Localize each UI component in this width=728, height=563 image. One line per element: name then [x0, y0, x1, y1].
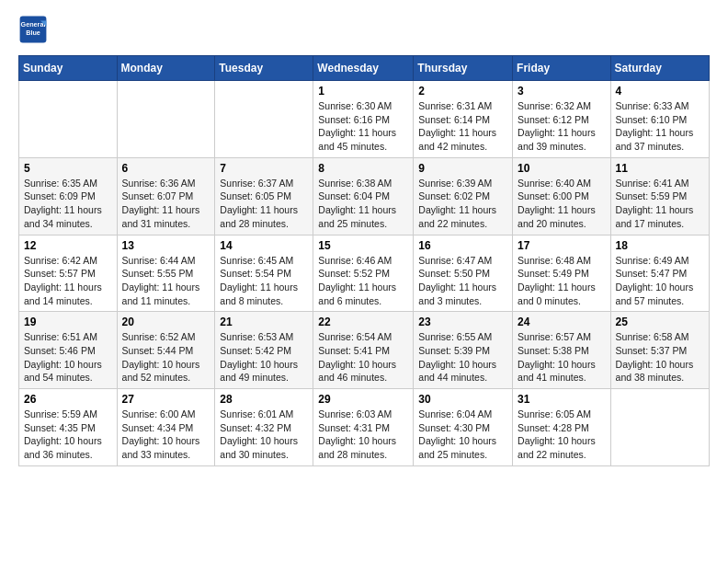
- weekday-header-sunday: Sunday: [19, 56, 118, 81]
- week-row-1: 1Sunrise: 6:30 AM Sunset: 6:16 PM Daylig…: [19, 81, 710, 158]
- calendar-cell: [117, 81, 215, 158]
- calendar-cell: 5Sunrise: 6:35 AM Sunset: 6:09 PM Daylig…: [19, 157, 118, 235]
- weekday-header-row: SundayMondayTuesdayWednesdayThursdayFrid…: [19, 56, 710, 81]
- day-number: 6: [122, 162, 210, 175]
- calendar-cell: 30Sunrise: 6:04 AM Sunset: 4:30 PM Dayli…: [414, 389, 513, 466]
- weekday-header-thursday: Thursday: [414, 56, 513, 81]
- calendar-cell: 19Sunrise: 6:51 AM Sunset: 5:46 PM Dayli…: [19, 312, 118, 389]
- day-info: Sunrise: 6:44 AM Sunset: 5:55 PM Dayligh…: [122, 254, 210, 308]
- day-info: Sunrise: 6:49 AM Sunset: 5:47 PM Dayligh…: [616, 254, 704, 308]
- day-number: 19: [24, 316, 112, 328]
- logo: General Blue: [18, 15, 51, 44]
- calendar-cell: 4Sunrise: 6:33 AM Sunset: 6:10 PM Daylig…: [610, 81, 709, 158]
- day-number: 24: [518, 316, 606, 328]
- day-info: Sunrise: 6:01 AM Sunset: 4:32 PM Dayligh…: [220, 408, 308, 462]
- day-number: 18: [616, 239, 704, 252]
- calendar-cell: 26Sunrise: 5:59 AM Sunset: 4:35 PM Dayli…: [19, 389, 118, 466]
- day-number: 4: [616, 85, 704, 98]
- calendar-cell: 9Sunrise: 6:39 AM Sunset: 6:02 PM Daylig…: [414, 157, 513, 235]
- svg-text:Blue: Blue: [26, 29, 40, 37]
- day-number: 7: [220, 162, 308, 175]
- calendar-cell: 25Sunrise: 6:58 AM Sunset: 5:37 PM Dayli…: [610, 312, 709, 389]
- week-row-4: 19Sunrise: 6:51 AM Sunset: 5:46 PM Dayli…: [19, 312, 710, 389]
- calendar-cell: 16Sunrise: 6:47 AM Sunset: 5:50 PM Dayli…: [414, 235, 513, 312]
- calendar-cell: 6Sunrise: 6:36 AM Sunset: 6:07 PM Daylig…: [117, 157, 215, 235]
- day-number: 13: [122, 239, 210, 252]
- calendar-cell: 22Sunrise: 6:54 AM Sunset: 5:41 PM Dayli…: [313, 312, 414, 389]
- calendar-cell: 15Sunrise: 6:46 AM Sunset: 5:52 PM Dayli…: [313, 235, 414, 312]
- weekday-header-friday: Friday: [513, 56, 611, 81]
- day-info: Sunrise: 6:57 AM Sunset: 5:38 PM Dayligh…: [518, 330, 606, 385]
- day-info: Sunrise: 6:31 AM Sunset: 6:14 PM Dayligh…: [418, 99, 507, 154]
- day-info: Sunrise: 6:32 AM Sunset: 6:12 PM Dayligh…: [518, 99, 606, 154]
- day-info: Sunrise: 6:52 AM Sunset: 5:44 PM Dayligh…: [122, 330, 210, 385]
- calendar-cell: 7Sunrise: 6:37 AM Sunset: 6:05 PM Daylig…: [215, 157, 313, 235]
- day-info: Sunrise: 6:05 AM Sunset: 4:28 PM Dayligh…: [518, 408, 606, 462]
- calendar-cell: 28Sunrise: 6:01 AM Sunset: 4:32 PM Dayli…: [215, 389, 313, 466]
- logo-icon: General Blue: [18, 15, 48, 44]
- day-number: 29: [318, 393, 408, 406]
- day-number: 14: [220, 239, 308, 252]
- day-number: 26: [24, 393, 112, 406]
- day-number: 30: [418, 393, 507, 406]
- day-number: 25: [616, 316, 704, 328]
- calendar-cell: 14Sunrise: 6:45 AM Sunset: 5:54 PM Dayli…: [215, 235, 313, 312]
- day-info: Sunrise: 6:45 AM Sunset: 5:54 PM Dayligh…: [220, 254, 308, 308]
- calendar: SundayMondayTuesdayWednesdayThursdayFrid…: [18, 55, 710, 466]
- calendar-cell: 20Sunrise: 6:52 AM Sunset: 5:44 PM Dayli…: [117, 312, 215, 389]
- calendar-cell: 8Sunrise: 6:38 AM Sunset: 6:04 PM Daylig…: [313, 157, 414, 235]
- day-info: Sunrise: 6:37 AM Sunset: 6:05 PM Dayligh…: [220, 177, 308, 231]
- page-container: General Blue SundayMondayTuesdayWednesda…: [0, 0, 728, 481]
- day-number: 28: [220, 393, 308, 406]
- calendar-cell: [19, 81, 118, 158]
- weekday-header-tuesday: Tuesday: [215, 56, 313, 81]
- weekday-header-wednesday: Wednesday: [313, 56, 414, 81]
- calendar-cell: [215, 81, 313, 158]
- calendar-cell: 10Sunrise: 6:40 AM Sunset: 6:00 PM Dayli…: [513, 157, 611, 235]
- weekday-header-saturday: Saturday: [610, 56, 709, 81]
- day-number: 21: [220, 316, 308, 328]
- day-number: 2: [418, 85, 507, 98]
- day-info: Sunrise: 6:51 AM Sunset: 5:46 PM Dayligh…: [24, 330, 112, 385]
- calendar-cell: 11Sunrise: 6:41 AM Sunset: 5:59 PM Dayli…: [610, 157, 709, 235]
- week-row-3: 12Sunrise: 6:42 AM Sunset: 5:57 PM Dayli…: [19, 235, 710, 312]
- day-number: 20: [122, 316, 210, 328]
- day-info: Sunrise: 6:39 AM Sunset: 6:02 PM Dayligh…: [418, 177, 507, 231]
- day-number: 11: [616, 162, 704, 175]
- day-info: Sunrise: 6:47 AM Sunset: 5:50 PM Dayligh…: [418, 254, 507, 308]
- calendar-cell: 31Sunrise: 6:05 AM Sunset: 4:28 PM Dayli…: [513, 389, 611, 466]
- calendar-cell: 29Sunrise: 6:03 AM Sunset: 4:31 PM Dayli…: [313, 389, 414, 466]
- calendar-cell: 1Sunrise: 6:30 AM Sunset: 6:16 PM Daylig…: [313, 81, 414, 158]
- day-info: Sunrise: 6:00 AM Sunset: 4:34 PM Dayligh…: [122, 408, 210, 462]
- day-info: Sunrise: 6:35 AM Sunset: 6:09 PM Dayligh…: [24, 177, 112, 231]
- day-info: Sunrise: 6:53 AM Sunset: 5:42 PM Dayligh…: [220, 330, 308, 385]
- day-number: 27: [122, 393, 210, 406]
- day-number: 9: [418, 162, 507, 175]
- day-number: 12: [24, 239, 112, 252]
- day-info: Sunrise: 6:38 AM Sunset: 6:04 PM Dayligh…: [318, 177, 408, 231]
- calendar-cell: 24Sunrise: 6:57 AM Sunset: 5:38 PM Dayli…: [513, 312, 611, 389]
- day-number: 16: [418, 239, 507, 252]
- day-info: Sunrise: 5:59 AM Sunset: 4:35 PM Dayligh…: [24, 408, 112, 462]
- day-number: 22: [318, 316, 408, 328]
- calendar-cell: 12Sunrise: 6:42 AM Sunset: 5:57 PM Dayli…: [19, 235, 118, 312]
- day-number: 10: [518, 162, 606, 175]
- day-info: Sunrise: 6:30 AM Sunset: 6:16 PM Dayligh…: [318, 99, 408, 154]
- week-row-5: 26Sunrise: 5:59 AM Sunset: 4:35 PM Dayli…: [19, 389, 710, 466]
- day-number: 31: [518, 393, 606, 406]
- day-info: Sunrise: 6:04 AM Sunset: 4:30 PM Dayligh…: [418, 408, 507, 462]
- calendar-cell: 21Sunrise: 6:53 AM Sunset: 5:42 PM Dayli…: [215, 312, 313, 389]
- weekday-header-monday: Monday: [117, 56, 215, 81]
- day-number: 5: [24, 162, 112, 175]
- calendar-cell: 17Sunrise: 6:48 AM Sunset: 5:49 PM Dayli…: [513, 235, 611, 312]
- calendar-cell: 27Sunrise: 6:00 AM Sunset: 4:34 PM Dayli…: [117, 389, 215, 466]
- day-info: Sunrise: 6:46 AM Sunset: 5:52 PM Dayligh…: [318, 254, 408, 308]
- day-number: 17: [518, 239, 606, 252]
- day-info: Sunrise: 6:40 AM Sunset: 6:00 PM Dayligh…: [518, 177, 606, 231]
- week-row-2: 5Sunrise: 6:35 AM Sunset: 6:09 PM Daylig…: [19, 157, 710, 235]
- day-info: Sunrise: 6:03 AM Sunset: 4:31 PM Dayligh…: [318, 408, 408, 462]
- calendar-cell: 2Sunrise: 6:31 AM Sunset: 6:14 PM Daylig…: [414, 81, 513, 158]
- calendar-cell: 13Sunrise: 6:44 AM Sunset: 5:55 PM Dayli…: [117, 235, 215, 312]
- day-number: 3: [518, 85, 606, 98]
- day-info: Sunrise: 6:33 AM Sunset: 6:10 PM Dayligh…: [616, 99, 704, 154]
